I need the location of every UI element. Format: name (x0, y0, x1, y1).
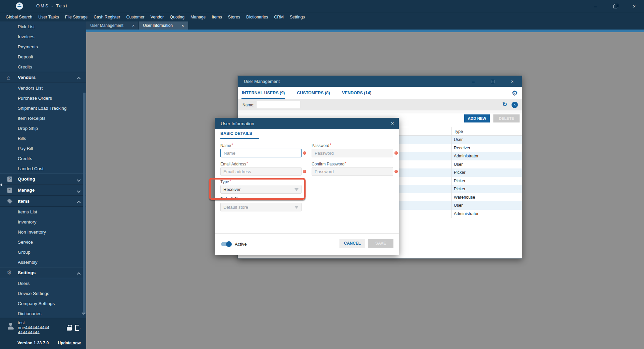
tab-user-information[interactable]: User Information × (139, 21, 188, 30)
sidebar-item[interactable]: Deposit (0, 52, 86, 62)
sidebar-scrollbar[interactable] (83, 93, 86, 314)
menu-item[interactable]: Quoting (167, 15, 187, 19)
add-new-button[interactable]: ADD NEW (464, 114, 490, 122)
ui-dialog-titlebar[interactable]: User Information × (215, 118, 399, 129)
window-restore-button[interactable] (605, 0, 625, 12)
column-divider (451, 127, 452, 218)
cancel-button[interactable]: CANCEL (339, 239, 365, 248)
sidebar-item[interactable]: Payments (0, 42, 86, 52)
um-tab[interactable]: INTERNAL USERS (9) (241, 87, 285, 99)
name-label: Name* (220, 143, 233, 148)
default-store-select[interactable]: Default store (220, 203, 302, 211)
active-toggle[interactable] (221, 242, 231, 246)
update-now-link[interactable]: Update now (58, 341, 81, 345)
menu-item[interactable]: Items (209, 15, 225, 19)
logout-icon[interactable] (75, 325, 81, 331)
menu-item[interactable]: Stores (225, 15, 243, 19)
type-cell: User (454, 137, 463, 142)
sidebar-item[interactable]: Dictionaries (0, 308, 86, 318)
sidebar-item-label: Invoices (18, 34, 35, 39)
sidebar-item[interactable]: Bills (0, 133, 86, 143)
sidebar-item-label: Payments (18, 44, 38, 49)
confirm-error-dot-icon (394, 170, 398, 173)
sidebar-item[interactable]: Landed Cost (0, 163, 86, 173)
menu-item[interactable]: Vendor (148, 15, 167, 19)
settings-gear-icon[interactable]: ⚙ (512, 89, 518, 97)
sidebar-item[interactable]: Assembly (0, 257, 86, 267)
menu-item[interactable]: Settings (287, 15, 308, 19)
window-minimize-button[interactable]: – (586, 0, 605, 12)
email-error-dot-icon (303, 170, 306, 173)
sidebar-item[interactable]: Item Receipts (0, 113, 86, 123)
menu-item[interactable]: Dictionaries (243, 15, 271, 19)
name-filter-input[interactable] (257, 101, 300, 108)
save-button[interactable]: SAVE (368, 239, 393, 248)
sidebar-item-label: Inventory (18, 219, 37, 225)
um-maximize-button[interactable] (483, 79, 502, 84)
sidebar-item[interactable]: Group (0, 247, 86, 257)
confirm-password-input[interactable]: Password (312, 167, 393, 176)
um-close-button[interactable]: × (502, 79, 522, 84)
sidebar-item[interactable]: Settings (0, 267, 86, 278)
sidebar-item-label: Manage (18, 188, 35, 193)
sidebar-item[interactable]: Quoting (0, 173, 86, 185)
sidebar-item[interactable]: Shipment Load Tracking (0, 103, 86, 113)
sidebar-item[interactable]: Users (0, 278, 86, 288)
menu-item[interactable]: Global Search (3, 15, 35, 19)
sidebar-item[interactable]: Items (0, 196, 86, 207)
sidebar-item[interactable]: Vendors List (0, 83, 86, 93)
tab-basic-details[interactable]: BASIC DETAILS (220, 131, 252, 136)
sidebar-item[interactable]: Non Inventory (0, 227, 86, 237)
sidebar-item[interactable]: Pay Bill (0, 143, 86, 153)
um-dialog-titlebar[interactable]: User Management – × (238, 76, 522, 87)
menu-item[interactable]: User Tasks (35, 15, 62, 19)
maximize-icon (491, 80, 494, 83)
text-caret (224, 151, 224, 156)
window-close-button[interactable]: × (625, 0, 644, 12)
email-input[interactable]: Email address (220, 167, 302, 176)
sidebar-item[interactable]: Credits (0, 62, 86, 72)
sidebar-item[interactable]: Credits (0, 153, 86, 163)
menu-item[interactable]: Cash Register (91, 15, 123, 19)
sidebar-item-label: Users (18, 281, 30, 286)
sidebar-item-label: Purchase Orders (18, 96, 52, 101)
delete-button[interactable]: DELETE (493, 114, 520, 122)
sidebar-item[interactable]: Inventory (0, 217, 86, 227)
chevron-icon (77, 189, 80, 192)
sidebar-item[interactable]: Manage (0, 185, 86, 196)
menu-item[interactable]: Manage (187, 15, 209, 19)
tab-close-icon[interactable]: × (181, 23, 184, 28)
name-input[interactable]: Name (220, 149, 302, 157)
type-cell: Picker (454, 170, 466, 175)
refresh-icon[interactable]: ↻ (502, 101, 507, 108)
ui-tabrow: BASIC DETAILS (215, 129, 399, 139)
menu-item[interactable]: CRM (271, 15, 286, 19)
sidebar-item[interactable]: Company Settings (0, 298, 86, 308)
type-cell: Receiver (454, 146, 470, 150)
tab-close-icon[interactable]: × (132, 23, 135, 28)
ui-close-button[interactable]: × (391, 120, 394, 127)
sidebar-collapse-handle[interactable] (0, 183, 3, 188)
sidebar-item[interactable]: Device Settings (0, 288, 86, 298)
sidebar-item[interactable]: Service (0, 237, 86, 247)
lock-icon[interactable] (67, 325, 72, 331)
scroll-down-icon[interactable] (82, 311, 86, 315)
sidebar-item[interactable]: Purchase Orders (0, 93, 86, 103)
um-tab[interactable]: CUSTOMERS (8) (297, 87, 330, 99)
active-label: Active (235, 242, 247, 247)
um-tab[interactable]: VENDORS (14) (342, 87, 372, 99)
sidebar-item[interactable]: Invoices (0, 32, 86, 42)
tab-highlight-strip (86, 30, 644, 32)
password-input[interactable]: Password (312, 149, 393, 157)
tab-user-management[interactable]: User Management × (86, 21, 139, 30)
um-minimize-button[interactable]: – (464, 79, 483, 84)
sidebar-item[interactable]: Vendors (0, 72, 86, 83)
menu-item[interactable]: Customer (123, 15, 147, 19)
sidebar-item-label: Company Settings (18, 301, 55, 306)
sidebar-item[interactable]: Items List (0, 207, 86, 217)
sidebar-item[interactable]: Drop Ship (0, 123, 86, 133)
sidebar-item[interactable]: Pick List (0, 21, 86, 32)
sidebar-item-label: Vendors (18, 75, 36, 80)
menu-item[interactable]: File Storage (62, 15, 91, 19)
clear-filter-icon[interactable]: × (512, 102, 518, 108)
